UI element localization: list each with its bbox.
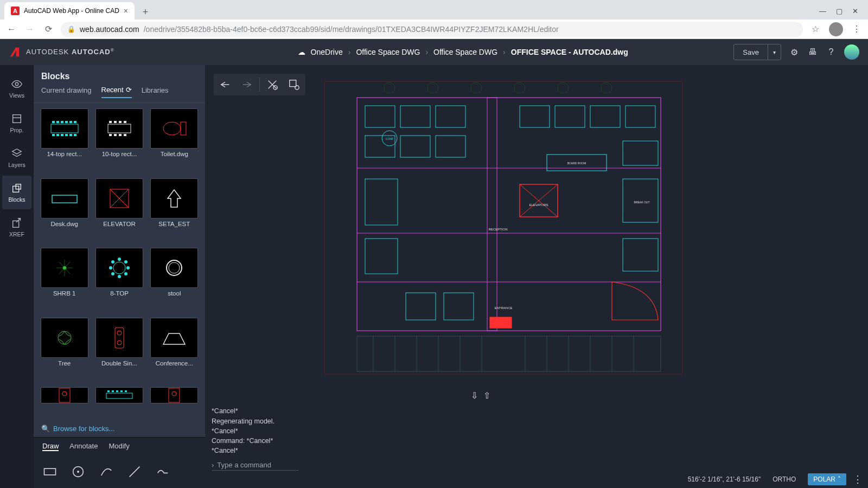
block-item[interactable]: Conference...	[149, 318, 200, 383]
block-thumbnail	[41, 178, 88, 219]
breadcrumb-item[interactable]: Office Space DWG	[433, 48, 497, 56]
rail-layers[interactable]: Layers	[2, 141, 31, 175]
user-avatar[interactable]	[844, 44, 859, 60]
block-item[interactable]: 8-TOP	[94, 248, 144, 313]
panel-tab-current[interactable]: Current drawing	[41, 86, 92, 98]
settings-icon[interactable]: ⚙	[789, 47, 800, 57]
block-item[interactable]: 14-top rect...	[39, 108, 90, 174]
browse-blocks-link[interactable]: 🔍 Browse for blocks...	[34, 420, 205, 437]
chrome-menu-icon[interactable]: ⋮	[851, 24, 863, 34]
nav-forward[interactable]: →	[24, 24, 36, 34]
svg-rect-53	[107, 390, 110, 392]
zoom-extents-button[interactable]	[263, 76, 282, 93]
status-menu-icon[interactable]: ⋮	[853, 473, 863, 485]
rail-xref[interactable]: XREF	[2, 210, 31, 244]
svg-text:ELEVATORS: ELEVATORS	[529, 203, 548, 207]
block-item[interactable]	[149, 387, 200, 420]
panel-tab-libraries[interactable]: Libraries	[142, 86, 169, 98]
breadcrumb-item: OFFICE SPACE - AUTOCAD.dwg	[511, 48, 628, 56]
eye-icon	[11, 78, 23, 90]
block-item[interactable]: Toilet.dwg	[149, 108, 200, 174]
block-item[interactable]: SHRB 1	[39, 248, 90, 313]
drawing-canvas[interactable]: ELEVATORS RECEPTION ENTRANCE	[205, 65, 868, 471]
rail-views[interactable]: Views	[2, 72, 31, 105]
zoom-window-button[interactable]	[285, 76, 303, 93]
window-minimize[interactable]: —	[819, 7, 826, 15]
tab-close-icon[interactable]: ×	[124, 7, 128, 15]
canvas-toolbar	[214, 74, 305, 95]
window-close[interactable]: ✕	[852, 7, 858, 15]
url-bar[interactable]: 🔒 web.autocad.com/onedrive/355482b8-b5ba…	[61, 22, 803, 37]
save-button[interactable]: Save ▾	[733, 44, 781, 60]
block-thumbnail	[41, 248, 88, 288]
block-item[interactable]: stool	[149, 248, 200, 313]
breadcrumb-item[interactable]: Office Space DWG	[356, 48, 420, 56]
block-thumbnail	[41, 108, 88, 149]
block-thumbnail	[95, 387, 143, 403]
chrome-profile-avatar[interactable]	[829, 22, 843, 36]
block-item[interactable]	[39, 387, 90, 420]
ortho-toggle[interactable]: ORTHO	[767, 473, 801, 485]
url-path: /onedrive/355482b8-b5ba-4ef0-bc6e-c6d373…	[144, 25, 559, 34]
block-item[interactable]: ELEVATOR	[94, 178, 144, 244]
breadcrumb-item[interactable]: OneDrive	[311, 48, 343, 56]
polyline-tool-icon[interactable]	[155, 464, 170, 479]
log-line: *Cancel*	[212, 446, 275, 455]
nav-back[interactable]: ←	[5, 24, 17, 34]
svg-rect-29	[181, 122, 186, 135]
pan-up-icon[interactable]: ⇧	[483, 390, 490, 401]
bookmark-star-icon[interactable]: ☆	[809, 24, 821, 34]
svg-rect-92	[365, 239, 398, 274]
circle-tool-icon[interactable]	[71, 464, 86, 479]
brand: AUTODESK AUTOCAD®	[9, 46, 114, 58]
save-dropdown-chevron[interactable]: ▾	[768, 44, 781, 60]
block-item[interactable]: Desk.dwg	[39, 178, 90, 244]
command-input[interactable]: › Type a command	[212, 460, 298, 471]
refresh-icon[interactable]: ⟳	[126, 86, 132, 94]
block-label: 14-top rect...	[47, 151, 82, 157]
block-item[interactable]: Tree	[39, 318, 90, 383]
block-thumbnail	[95, 248, 143, 288]
blocks-icon	[11, 182, 23, 194]
rectangle-tool-icon[interactable]	[42, 464, 58, 479]
svg-rect-60	[44, 468, 56, 475]
arc-tool-icon[interactable]	[99, 464, 114, 479]
panel-tab-recent[interactable]: Recent ⟳	[101, 86, 132, 98]
print-icon[interactable]: 🖶	[807, 47, 818, 57]
block-item[interactable]: 10-top rect...	[94, 108, 144, 174]
svg-rect-85	[555, 106, 585, 127]
tool-tab-modify[interactable]: Modify	[108, 442, 129, 451]
blocks-panel: Blocks Current drawing Recent ⟳ Librarie…	[34, 65, 205, 437]
browser-tab[interactable]: A AutoCAD Web App - Online CAD ×	[4, 2, 135, 20]
pan-down-icon[interactable]: ⇩	[471, 390, 478, 401]
redo-button[interactable]	[238, 76, 256, 93]
new-tab-button[interactable]: +	[138, 4, 153, 20]
tool-tab-draw[interactable]: Draw	[42, 442, 59, 451]
undo-button[interactable]	[216, 76, 234, 93]
tool-tab-annotate[interactable]: Annotate	[69, 442, 98, 451]
tab-title: AutoCAD Web App - Online CAD	[24, 7, 119, 15]
svg-rect-97	[444, 293, 474, 320]
block-thumbnail	[41, 318, 88, 358]
window-maximize[interactable]: ▢	[836, 7, 843, 15]
svg-rect-14	[56, 134, 59, 136]
block-item[interactable]	[94, 387, 144, 420]
block-label: Desk.dwg	[50, 221, 78, 227]
svg-rect-90	[436, 136, 465, 157]
rail-blocks[interactable]: Blocks	[2, 176, 31, 209]
help-icon[interactable]: ?	[826, 47, 837, 57]
rail-properties[interactable]: Prop.	[2, 106, 31, 140]
block-label: SETA_EST	[158, 221, 190, 227]
polar-toggle[interactable]: POLAR ˄	[808, 473, 846, 485]
status-bar: 516'-2 1/16", 21'-6 15/16" ORTHO POLAR ˄…	[205, 471, 868, 488]
line-tool-icon[interactable]	[127, 464, 142, 479]
nav-reload[interactable]: ⟳	[42, 24, 54, 34]
save-label[interactable]: Save	[734, 44, 768, 60]
block-item[interactable]: Double Sin...	[94, 318, 144, 383]
svg-rect-18	[74, 134, 76, 136]
svg-rect-24	[109, 134, 112, 136]
svg-rect-17	[69, 134, 72, 136]
svg-rect-20	[109, 121, 112, 123]
block-item[interactable]: SETA_EST	[149, 178, 200, 244]
svg-rect-81	[365, 106, 395, 127]
